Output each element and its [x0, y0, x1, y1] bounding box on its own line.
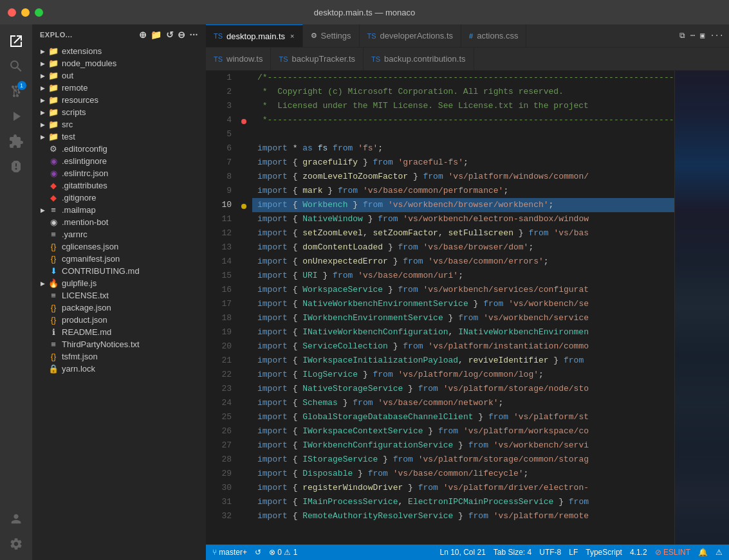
code-line-20: import { ServiceCollection } from 'vs/pl…	[252, 339, 674, 354]
ts-icon5: TS	[371, 55, 380, 63]
sidebar-item-tsfmt[interactable]: {} tsfmt.json	[32, 350, 206, 363]
split-editor-icon[interactable]: ⧉	[679, 32, 685, 41]
window-title: desktop.main.ts — monaco	[314, 8, 416, 17]
sidebar: EXPLO... ⊕ 📁 ↺ ⊖ ··· ▶ 📁 extensions ▶ 📁 …	[32, 24, 206, 560]
breakpoint-line4	[241, 119, 246, 124]
tab-settings[interactable]: ⚙ Settings	[303, 24, 360, 47]
tab-backup-tracker[interactable]: TS backupTracker.ts	[271, 48, 364, 70]
sidebar-item-eslintignore[interactable]: ◉ .eslintignore	[32, 155, 206, 167]
sidebar-item-package[interactable]: {} package.json	[32, 302, 206, 314]
code-line-5	[252, 127, 674, 141]
tab-size-status[interactable]: Tab Size: 4	[494, 548, 531, 557]
collapse-icon[interactable]: ⊖	[178, 30, 186, 40]
sidebar-header-icons: ⊕ 📁 ↺ ⊖ ···	[139, 30, 198, 40]
encoding-status[interactable]: UTF-8	[539, 548, 561, 557]
sidebar-item-out[interactable]: ▶ 📁 out	[32, 69, 206, 82]
sidebar-item-scripts[interactable]: ▶ 📁 scripts	[32, 106, 206, 118]
ts-icon2: TS	[367, 32, 376, 40]
sidebar-item-readme[interactable]: ℹ README.md	[32, 326, 206, 338]
activity-bar: 1	[0, 24, 32, 560]
git-branch-status[interactable]: ⑂ master+	[212, 548, 247, 557]
code-line-22: import { ILogService } from 'vs/platform…	[252, 368, 674, 382]
code-line-9: import { mark } from 'vs/base/common/per…	[252, 184, 674, 198]
sidebar-item-remote[interactable]: ▶ 📁 remote	[32, 82, 206, 94]
code-content[interactable]: /*--------------------------------------…	[252, 71, 674, 545]
line-numbers: 1 2 3 4 5 6 7 8 9 10 11 12 13 14 15 16 1…	[206, 71, 238, 545]
sidebar-item-yarnrc[interactable]: ≡ .yarnrc	[32, 228, 206, 240]
sidebar-item-gulpfile[interactable]: ▶ 🔥 gulpfile.js	[32, 277, 206, 289]
explorer-activity-icon[interactable]	[5, 30, 28, 52]
source-control-activity-icon[interactable]: 1	[5, 80, 28, 102]
tab-developer-actions[interactable]: TS developerActions.ts	[360, 24, 462, 47]
settings-activity-icon[interactable]	[5, 532, 28, 555]
new-file-icon[interactable]: ⊕	[139, 30, 147, 40]
code-line-30: import { registerWindowDriver } from 'vs…	[252, 481, 674, 495]
extensions-activity-icon[interactable]	[5, 130, 28, 152]
css-icon: #	[469, 32, 473, 40]
code-line-23: import { NativeStorageService } from 'vs…	[252, 382, 674, 396]
sidebar-item-editorconfig[interactable]: ⚙ .editorconfig	[32, 143, 206, 155]
layout-icon[interactable]: ▣	[700, 31, 705, 41]
test-activity-icon[interactable]	[5, 155, 28, 177]
code-line-24: import { Schemas } from 'vs/base/common/…	[252, 396, 674, 410]
sidebar-item-mention-bot[interactable]: ◉ .mention-bot	[32, 216, 206, 228]
code-line-10: import { Workbench } from 'vs/workbench/…	[252, 198, 674, 212]
sidebar-item-extensions[interactable]: ▶ 📁 extensions	[32, 45, 206, 57]
more-actions-icon[interactable]: ⋯	[690, 31, 695, 41]
sidebar-item-yarn-lock[interactable]: 🔒 yarn.lock	[32, 363, 206, 375]
code-line-7: import { gracefulify } from 'graceful-fs…	[252, 156, 674, 170]
search-activity-icon[interactable]	[5, 55, 28, 77]
minimize-button[interactable]	[21, 8, 30, 17]
account-activity-icon[interactable]	[5, 507, 28, 530]
tab-bar-actions: ⧉ ⋯ ▣ ···	[674, 24, 729, 47]
sidebar-item-license[interactable]: ≡ LICENSE.txt	[32, 289, 206, 302]
code-line-18: import { IWorkbenchEnvironmentService } …	[252, 311, 674, 325]
sync-status[interactable]: ↺	[255, 548, 261, 557]
sidebar-item-eslintrc[interactable]: ◉ .eslintrc.json	[32, 167, 206, 179]
sidebar-item-product[interactable]: {} product.json	[32, 314, 206, 326]
tab-desktop-main[interactable]: TS desktop.main.ts ×	[206, 24, 303, 47]
sidebar-item-resources[interactable]: ▶ 📁 resources	[32, 94, 206, 106]
tab-bar-row1: TS desktop.main.ts × ⚙ Settings TS devel…	[206, 24, 729, 48]
sidebar-item-cglicenses[interactable]: {} cglicenses.json	[32, 240, 206, 253]
sidebar-item-gitattributes[interactable]: ◆ .gitattributes	[32, 179, 206, 192]
ts-version-status[interactable]: 4.1.2	[630, 548, 647, 557]
tab-window[interactable]: TS window.ts	[206, 48, 271, 70]
sidebar-item-test[interactable]: ▶ 📁 test	[32, 131, 206, 143]
sidebar-item-contributing[interactable]: ⬇ CONTRIBUTING.md	[32, 265, 206, 277]
app-body: 1	[0, 24, 729, 560]
code-line-13: import { domContentLoaded } from 'vs/bas…	[252, 240, 674, 255]
warnings-status[interactable]: ⚠	[715, 548, 723, 557]
code-line-27: import { IWorkbenchConfigurationService …	[252, 438, 674, 453]
language-status[interactable]: TypeScript	[586, 548, 622, 557]
new-folder-icon[interactable]: 📁	[151, 30, 162, 40]
maximize-button[interactable]	[35, 8, 43, 17]
sidebar-item-cgmanifest[interactable]: {} cgmanifest.json	[32, 253, 206, 265]
cursor-position-status[interactable]: Ln 10, Col 21	[439, 548, 485, 557]
code-line-19: import { INativeWorkbenchConfiguration, …	[252, 325, 674, 339]
tab-close-icon[interactable]: ×	[290, 32, 294, 40]
code-editor: 1 2 3 4 5 6 7 8 9 10 11 12 13 14 15 16 1…	[206, 71, 729, 545]
more-icon[interactable]: ···	[190, 30, 198, 40]
code-line-6: import * as fs from 'fs';	[252, 141, 674, 156]
code-line-25: import { GlobalStorageDatabaseChannelCli…	[252, 410, 674, 424]
close-button[interactable]	[8, 8, 16, 17]
sidebar-item-gitignore[interactable]: ◆ .gitignore	[32, 192, 206, 204]
tab-label: backupTracker.ts	[292, 54, 356, 64]
code-line-32: import { RemoteAuthorityResolverService …	[252, 509, 674, 523]
overflow-icon[interactable]: ···	[710, 32, 724, 41]
ts-icon: TS	[214, 32, 223, 40]
sidebar-item-thirdparty[interactable]: ≡ ThirdPartyNotices.txt	[32, 338, 206, 350]
sidebar-item-mailmap[interactable]: ▶ ≡ .mailmap	[32, 204, 206, 216]
status-bar-left: ⑂ master+ ↺ ⊗ 0 ⚠ 1	[212, 548, 297, 557]
problems-status[interactable]: ⊗ 0 ⚠ 1	[269, 548, 297, 557]
eslint-status[interactable]: ⊘ ESLINT	[655, 548, 690, 557]
sidebar-item-src[interactable]: ▶ 📁 src	[32, 118, 206, 131]
tab-backup-contribution[interactable]: TS backup.contribution.ts	[364, 48, 474, 70]
refresh-icon[interactable]: ↺	[166, 30, 174, 40]
notifications-status[interactable]: 🔔	[698, 548, 708, 557]
sidebar-item-node-modules[interactable]: ▶ 📁 node_modules	[32, 57, 206, 69]
run-activity-icon[interactable]	[5, 105, 28, 127]
eol-status[interactable]: LF	[569, 548, 578, 557]
tab-actions-css[interactable]: # actions.css	[461, 24, 526, 47]
